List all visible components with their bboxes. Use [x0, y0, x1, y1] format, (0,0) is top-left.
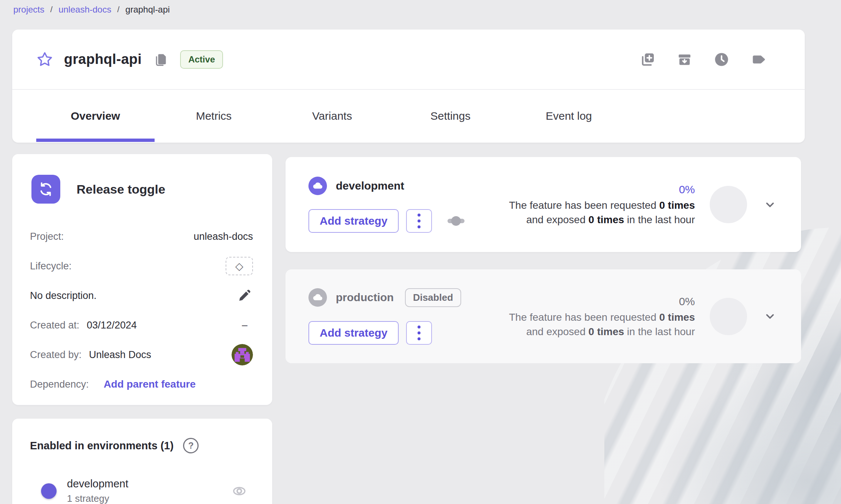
- exposure-percent: 0%: [509, 294, 695, 309]
- history-button[interactable]: [713, 51, 730, 68]
- mini-toggle-knob: [451, 216, 461, 226]
- copy-name-button[interactable]: [153, 51, 169, 68]
- lifecycle-label: Lifecycle:: [30, 260, 72, 272]
- environment-metrics: 0% The feature has been requested 0 time…: [509, 294, 695, 339]
- active-tab-underline: [36, 139, 155, 142]
- breadcrumb-link-project[interactable]: unleash-docs: [58, 4, 111, 15]
- dependency-row: Dependency: Add parent feature: [30, 374, 253, 395]
- copy-plus-icon: [639, 51, 656, 68]
- environment-name: production: [336, 291, 394, 304]
- tab-overview-label: Overview: [71, 110, 120, 122]
- created-by-value: Unleash Docs: [89, 349, 151, 361]
- development-toggle[interactable]: [31, 486, 54, 496]
- tab-settings-label: Settings: [430, 110, 470, 122]
- expand-environment-button[interactable]: [762, 308, 778, 324]
- environment-name: development: [336, 180, 404, 192]
- environment-mini-toggle[interactable]: [447, 219, 465, 223]
- toggle-thumb: [41, 483, 57, 499]
- enabled-environments-card: Enabled in environments (1) ? developmen…: [12, 419, 272, 504]
- feature-details-card: Release toggle Project: unleash-docs Lif…: [12, 154, 272, 405]
- release-toggle-icon: [31, 175, 60, 204]
- copy-feature-button[interactable]: [639, 51, 656, 68]
- project-row: Project: unleash-docs: [30, 226, 253, 247]
- feature-type-title: Release toggle: [77, 182, 165, 197]
- tags-empty-dash: –: [242, 319, 253, 331]
- feature-header-card: graphql-api Active: [12, 30, 805, 143]
- edit-description-button[interactable]: [236, 287, 253, 304]
- diamond-icon: ◇: [235, 260, 243, 272]
- created-at-value: 03/12/2024: [87, 320, 137, 331]
- metrics-text: The feature has been requested: [509, 311, 659, 323]
- cloud-icon: [308, 288, 327, 307]
- add-strategy-button[interactable]: Add strategy: [308, 321, 399, 345]
- page-title: graphql-api: [64, 51, 142, 67]
- dependency-label: Dependency:: [30, 379, 89, 390]
- metrics-bold: 0 times: [659, 311, 695, 323]
- enabled-env-name: development: [67, 478, 128, 490]
- add-strategy-button[interactable]: Add strategy: [308, 209, 399, 233]
- tab-event-log[interactable]: Event log: [510, 90, 628, 142]
- created-at-label: Created at:: [30, 320, 80, 331]
- project-value: unleash-docs: [193, 231, 253, 242]
- environment-menu-button[interactable]: [406, 321, 432, 345]
- kebab-icon: [418, 214, 420, 217]
- metrics-bold: 0 times: [659, 200, 695, 211]
- metrics-donut: [710, 298, 747, 335]
- environment-card-development: development Add strategy 0% The feature …: [286, 157, 801, 252]
- help-icon[interactable]: ?: [183, 438, 199, 453]
- copy-icon: [154, 52, 168, 67]
- header-actions: [639, 51, 786, 68]
- tab-settings[interactable]: Settings: [391, 90, 510, 142]
- favorite-star-button[interactable]: [36, 51, 54, 68]
- environment-menu-button[interactable]: [406, 209, 432, 233]
- metrics-text: and exposed: [526, 326, 588, 337]
- metrics-text: in the last hour: [624, 214, 695, 225]
- tab-metrics[interactable]: Metrics: [155, 90, 273, 142]
- environment-card-production: production Disabled Add strategy 0% The …: [286, 269, 801, 363]
- add-parent-feature-link[interactable]: Add parent feature: [104, 378, 196, 390]
- exposure-percent: 0%: [509, 182, 695, 197]
- star-icon: [36, 51, 53, 68]
- tab-metrics-label: Metrics: [196, 110, 232, 122]
- breadcrumb-link-projects[interactable]: projects: [13, 4, 44, 15]
- expand-environment-button[interactable]: [762, 197, 778, 213]
- tab-variants[interactable]: Variants: [273, 90, 391, 142]
- lifecycle-row: Lifecycle: ◇: [30, 255, 253, 277]
- metrics-donut: [710, 186, 747, 223]
- archive-button[interactable]: [676, 51, 693, 68]
- breadcrumb: projects / unleash-docs / graphql-api: [13, 4, 170, 15]
- metrics-text: and exposed: [526, 214, 588, 225]
- description-text: No description.: [30, 290, 97, 302]
- metrics-bold: 0 times: [588, 214, 624, 225]
- description-row: No description.: [30, 285, 253, 306]
- tab-bar: Overview Metrics Variants Settings Event…: [12, 90, 805, 142]
- metrics-text: in the last hour: [624, 326, 695, 337]
- metrics-text: The feature has been requested: [509, 200, 659, 211]
- created-by-label: Created by:: [30, 349, 82, 361]
- status-badge: Active: [180, 50, 223, 69]
- created-by-avatar: [232, 344, 253, 365]
- breadcrumb-current: graphql-api: [125, 4, 170, 15]
- chevron-down-icon: [764, 198, 776, 211]
- environment-disabled-badge: Disabled: [405, 288, 461, 307]
- history-clock-icon: [713, 51, 730, 68]
- breadcrumb-separator: /: [50, 5, 53, 14]
- eye-icon: [232, 484, 247, 498]
- enabled-environments-title: Enabled in environments (1): [30, 440, 173, 452]
- created-by-row: Created by: Unleash Docs: [30, 344, 253, 365]
- tab-overview[interactable]: Overview: [36, 90, 155, 142]
- tags-button[interactable]: [750, 51, 767, 68]
- breadcrumb-separator: /: [117, 5, 119, 14]
- cloud-icon: [308, 177, 327, 195]
- archive-icon: [676, 51, 693, 68]
- tab-variants-label: Variants: [312, 110, 352, 122]
- tag-icon: [750, 51, 767, 68]
- kebab-icon: [418, 326, 420, 328]
- enabled-environment-row: development 1 strategy: [30, 478, 253, 504]
- feature-header-row: graphql-api Active: [12, 30, 805, 90]
- lifecycle-stage-button[interactable]: ◇: [226, 257, 253, 275]
- project-label: Project:: [30, 231, 64, 242]
- visibility-button[interactable]: [231, 483, 248, 500]
- chevron-down-icon: [764, 310, 776, 323]
- pencil-icon: [237, 289, 251, 303]
